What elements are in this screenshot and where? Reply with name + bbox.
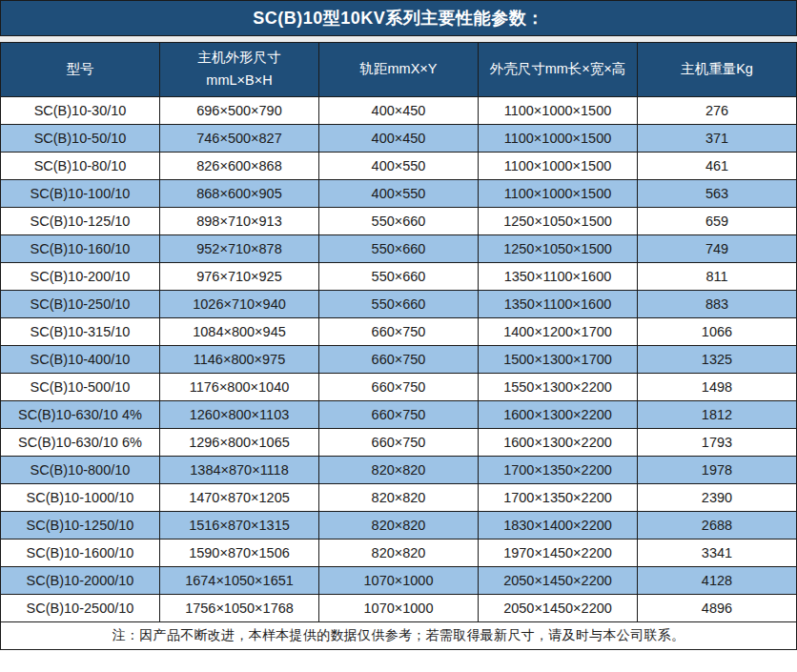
- cell-shell-size: 1700×1350×2200: [479, 484, 638, 512]
- table-row: SC(B)10-1600/10 1590×870×1506 820×820 19…: [1, 540, 797, 567]
- cell-model: SC(B)10-2500/10: [1, 595, 160, 622]
- page-title: SC(B)10型10KV系列主要性能参数：: [0, 0, 797, 36]
- cell-rail-gauge: 400×450: [319, 97, 479, 125]
- cell-rail-gauge: 660×750: [319, 374, 479, 401]
- cell-dimensions: 1146×800×975: [160, 346, 319, 374]
- table-row: SC(B)10-200/10 976×710×925 550×660 1350×…: [1, 263, 797, 291]
- cell-weight: 1812: [638, 401, 797, 429]
- cell-weight: 659: [638, 208, 797, 235]
- cell-dimensions: 1756×1050×1768: [160, 595, 319, 622]
- table-row: SC(B)10-800/10 1384×870×1118 820×820 170…: [1, 457, 797, 484]
- cell-rail-gauge: 400×450: [319, 125, 479, 153]
- cell-model: SC(B)10-125/10: [1, 208, 160, 235]
- cell-dimensions: 868×600×905: [160, 180, 319, 208]
- cell-dimensions: 1674×1050×1651: [160, 567, 319, 595]
- cell-model: SC(B)10-800/10: [1, 457, 160, 484]
- cell-dimensions: 1516×870×1315: [160, 512, 319, 540]
- table-row: SC(B)10-400/10 1146×800×975 660×750 1500…: [1, 346, 797, 374]
- cell-shell-size: 1600×1300×2200: [479, 429, 638, 457]
- cell-weight: 883: [638, 291, 797, 318]
- cell-dimensions: 1590×870×1506: [160, 540, 319, 567]
- table-row: SC(B)10-100/10 868×600×905 400×550 1100×…: [1, 180, 797, 208]
- cell-model: SC(B)10-30/10: [1, 97, 160, 125]
- cell-shell-size: 1350×1100×1600: [479, 263, 638, 291]
- cell-weight: 276: [638, 97, 797, 125]
- cell-shell-size: 1550×1300×2200: [479, 374, 638, 401]
- cell-shell-size: 1830×1400×2200: [479, 512, 638, 540]
- cell-model: SC(B)10-200/10: [1, 263, 160, 291]
- cell-rail-gauge: 1070×1000: [319, 595, 479, 622]
- cell-model: SC(B)10-80/10: [1, 153, 160, 180]
- table-row: SC(B)10-30/10 696×500×790 400×450 1100×1…: [1, 97, 797, 125]
- table-row: SC(B)10-1000/10 1470×870×1205 820×820 17…: [1, 484, 797, 512]
- cell-shell-size: 1100×1000×1500: [479, 97, 638, 125]
- cell-model: SC(B)10-1600/10: [1, 540, 160, 567]
- cell-model: SC(B)10-315/10: [1, 318, 160, 346]
- table-row: SC(B)10-80/10 826×600×868 400×550 1100×1…: [1, 153, 797, 180]
- cell-rail-gauge: 400×550: [319, 153, 479, 180]
- cell-shell-size: 1500×1300×1700: [479, 346, 638, 374]
- cell-dimensions: 1260×800×1103: [160, 401, 319, 429]
- cell-model: SC(B)10-400/10: [1, 346, 160, 374]
- cell-shell-size: 1100×1000×1500: [479, 125, 638, 153]
- cell-shell-size: 1600×1300×2200: [479, 401, 638, 429]
- col-header-dimensions: 主机外形尺寸 mmL×B×H: [160, 43, 319, 97]
- table-row: SC(B)10-630/10 6% 1296×800×1065 660×750 …: [1, 429, 797, 457]
- cell-dimensions: 898×710×913: [160, 208, 319, 235]
- cell-rail-gauge: 660×750: [319, 346, 479, 374]
- cell-weight: 2688: [638, 512, 797, 540]
- cell-dimensions: 696×500×790: [160, 97, 319, 125]
- cell-model: SC(B)10-100/10: [1, 180, 160, 208]
- cell-weight: 749: [638, 235, 797, 263]
- cell-weight: 1325: [638, 346, 797, 374]
- table-row: SC(B)10-125/10 898×710×913 550×660 1250×…: [1, 208, 797, 235]
- cell-model: SC(B)10-160/10: [1, 235, 160, 263]
- cell-rail-gauge: 550×660: [319, 208, 479, 235]
- cell-shell-size: 1250×1050×1500: [479, 235, 638, 263]
- cell-weight: 811: [638, 263, 797, 291]
- cell-shell-size: 1700×1350×2200: [479, 457, 638, 484]
- cell-model: SC(B)10-50/10: [1, 125, 160, 153]
- cell-weight: 4128: [638, 567, 797, 595]
- cell-model: SC(B)10-630/10 4%: [1, 401, 160, 429]
- cell-shell-size: 1100×1000×1500: [479, 153, 638, 180]
- cell-dimensions: 1026×710×940: [160, 291, 319, 318]
- cell-shell-size: 1400×1200×1700: [479, 318, 638, 346]
- col-header-weight: 主机重量Kg: [638, 43, 797, 97]
- cell-model: SC(B)10-2000/10: [1, 567, 160, 595]
- col-header-shell-size: 外壳尺寸mm长×宽×高: [479, 43, 638, 97]
- cell-shell-size: 1250×1050×1500: [479, 208, 638, 235]
- cell-rail-gauge: 660×750: [319, 318, 479, 346]
- cell-rail-gauge: 820×820: [319, 484, 479, 512]
- cell-dimensions: 1084×800×945: [160, 318, 319, 346]
- cell-rail-gauge: 660×750: [319, 401, 479, 429]
- cell-weight: 1498: [638, 374, 797, 401]
- cell-dimensions: 746×500×827: [160, 125, 319, 153]
- cell-model: SC(B)10-250/10: [1, 291, 160, 318]
- cell-dimensions: 826×600×868: [160, 153, 319, 180]
- cell-shell-size: 2050×1450×2200: [479, 595, 638, 622]
- cell-dimensions: 952×710×878: [160, 235, 319, 263]
- cell-dimensions: 1296×800×1065: [160, 429, 319, 457]
- cell-rail-gauge: 820×820: [319, 540, 479, 567]
- cell-rail-gauge: 400×550: [319, 180, 479, 208]
- table-row: SC(B)10-50/10 746×500×827 400×450 1100×1…: [1, 125, 797, 153]
- cell-dimensions: 1470×870×1205: [160, 484, 319, 512]
- cell-weight: 1066: [638, 318, 797, 346]
- cell-weight: 3341: [638, 540, 797, 567]
- cell-weight: 2390: [638, 484, 797, 512]
- cell-weight: 4896: [638, 595, 797, 622]
- cell-rail-gauge: 550×660: [319, 291, 479, 318]
- cell-dimensions: 1384×870×1118: [160, 457, 319, 484]
- table-row: SC(B)10-2000/10 1674×1050×1651 1070×1000…: [1, 567, 797, 595]
- cell-weight: 1793: [638, 429, 797, 457]
- cell-dimensions: 1176×800×1040: [160, 374, 319, 401]
- table-row: SC(B)10-250/10 1026×710×940 550×660 1350…: [1, 291, 797, 318]
- cell-shell-size: 1100×1000×1500: [479, 180, 638, 208]
- spec-table: 型号 主机外形尺寸 mmL×B×H 轨距mmX×Y 外壳尺寸mm长×宽×高 主机…: [0, 42, 797, 650]
- cell-rail-gauge: 820×820: [319, 457, 479, 484]
- cell-model: SC(B)10-1250/10: [1, 512, 160, 540]
- table-row: SC(B)10-630/10 4% 1260×800×1103 660×750 …: [1, 401, 797, 429]
- table-row: SC(B)10-160/10 952×710×878 550×660 1250×…: [1, 235, 797, 263]
- cell-shell-size: 2050×1450×2200: [479, 567, 638, 595]
